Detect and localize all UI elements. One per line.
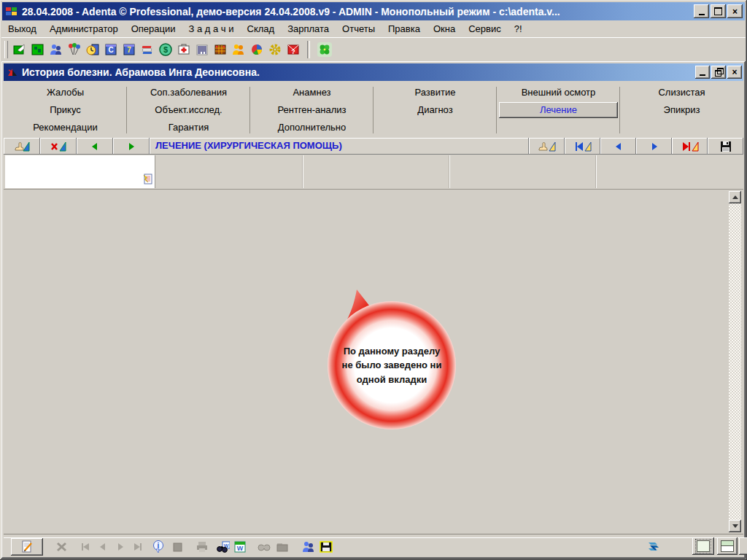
app-title: 28.04.2008 - Adenta © Professional, демо…: [22, 6, 694, 18]
tab-separator: [619, 87, 620, 133]
panel-divider: [449, 155, 450, 188]
layout-single-icon: [696, 540, 711, 553]
tab-separator: [373, 87, 374, 133]
medkit-icon[interactable]: [174, 41, 193, 59]
save-button[interactable]: [708, 138, 743, 155]
tab-garantiya[interactable]: Гарантия: [127, 119, 250, 136]
menu-zarplata[interactable]: Зарплата: [281, 21, 336, 37]
tab-epikriz[interactable]: Эпикриз: [620, 101, 743, 119]
info-button[interactable]: i: [151, 540, 166, 554]
application-window: 28.04.2008 - Adenta © Professional, демо…: [0, 0, 747, 560]
prev-record-button[interactable]: [77, 138, 113, 155]
stop-button-disabled: [170, 540, 185, 554]
main-toolbar: C 7 $ ?: [1, 37, 746, 61]
menu-administrator[interactable]: Администратор: [43, 21, 125, 37]
tab-dopolnitelno[interactable]: Дополнительно: [250, 119, 374, 136]
minimize-button[interactable]: [694, 4, 709, 18]
patients-icon[interactable]: [47, 41, 65, 59]
barcode-icon[interactable]: [193, 41, 211, 59]
nav-last-button-disabled: [131, 540, 145, 554]
pick-bookmark-button[interactable]: [529, 138, 565, 155]
print-button-disabled: [195, 540, 209, 554]
svg-text:7: 7: [127, 46, 131, 54]
menu-pravka[interactable]: Правка: [382, 21, 427, 37]
edit-record-button[interactable]: [11, 538, 43, 556]
quick-note-icon[interactable]: [142, 173, 153, 187]
settings-icon[interactable]: [266, 41, 284, 59]
contacts-button[interactable]: [301, 540, 316, 554]
next-record-button[interactable]: [113, 138, 150, 155]
clock-icon[interactable]: [83, 41, 101, 59]
scroll-up-button[interactable]: [729, 191, 741, 203]
doc-close-button[interactable]: ×: [727, 66, 742, 79]
toolbar-grip[interactable]: [4, 41, 8, 58]
doc-restore-icon: [715, 70, 721, 77]
first-bookmark-button[interactable]: [565, 138, 600, 155]
doc-minimize-button[interactable]: [695, 66, 710, 79]
select-record-button[interactable]: [4, 138, 40, 155]
mail-help-icon[interactable]: ?: [284, 41, 302, 59]
clover-icon[interactable]: [315, 41, 333, 59]
delete-record-button[interactable]: [40, 138, 77, 155]
tab-zhaloby[interactable]: Жалобы: [4, 84, 127, 101]
tab-obekt-issled[interactable]: Объект.исслед.: [127, 101, 250, 119]
menu-otchety[interactable]: Отчеты: [336, 21, 382, 37]
doc-restore-button[interactable]: [711, 66, 726, 79]
tab-column-4: Развитие Диагноз: [374, 84, 497, 138]
layout-single-button[interactable]: [692, 537, 714, 555]
close-button[interactable]: ×: [727, 4, 743, 18]
section-label: ЛЕЧЕНИЕ (ХИРУРГИЧЕСКАЯ ПОМОЩЬ): [150, 138, 529, 155]
scroll-down-button[interactable]: [729, 520, 741, 532]
menu-operacii[interactable]: Операции: [125, 21, 182, 37]
calendar-7-icon[interactable]: 7: [120, 41, 138, 59]
maximize-button[interactable]: [711, 4, 726, 18]
tab-vneshnij-osmotr[interactable]: Внешний осмотр: [497, 84, 620, 101]
next-bookmark-button[interactable]: [636, 138, 672, 155]
section-tabs: Жалобы Прикус Рекомендации Соп.заболеван…: [4, 81, 743, 138]
menu-okna[interactable]: Окна: [427, 21, 462, 37]
record-list-panel[interactable]: [5, 155, 155, 188]
tab-razvitie[interactable]: Развитие: [374, 84, 497, 101]
menu-sklad[interactable]: Склад: [241, 21, 282, 37]
staff-icon[interactable]: [229, 41, 247, 59]
tab-anamnez[interactable]: Анамнез: [250, 84, 374, 101]
svg-text:i: i: [158, 542, 160, 550]
tab-diagnoz[interactable]: Диагноз: [374, 101, 497, 119]
svg-text:C: C: [108, 46, 113, 54]
prev-bookmark-button[interactable]: [600, 138, 636, 155]
record-panels: [4, 155, 743, 189]
history-icon: [7, 67, 18, 77]
cashbox-icon[interactable]: [211, 41, 229, 59]
tab-sop-zabolevaniya[interactable]: Соп.заболевания: [127, 84, 250, 101]
tab-rekomendacii[interactable]: Рекомендации: [4, 119, 127, 136]
menu-vyhod[interactable]: Выход: [1, 21, 43, 37]
balloons-icon[interactable]: [65, 41, 83, 59]
find-word-button[interactable]: W: [215, 540, 230, 554]
vertical-scrollbar[interactable]: [729, 191, 741, 532]
last-bookmark-button[interactable]: [672, 138, 708, 155]
import-icon[interactable]: [10, 41, 28, 59]
tab-lechenie-active[interactable]: Лечение: [499, 102, 618, 118]
svg-text:W: W: [237, 545, 244, 552]
transfer-icon[interactable]: [646, 540, 660, 554]
panel-divider: [302, 155, 303, 188]
app-logo-icon: [5, 6, 18, 18]
tab-column-6: Слизистая Эпикриз: [620, 84, 743, 138]
layout-plain-button[interactable]: [739, 537, 747, 555]
menu-servis[interactable]: Сервис: [462, 21, 508, 37]
schedule-icon[interactable]: [28, 41, 47, 59]
flags-icon[interactable]: [138, 41, 156, 59]
payments-icon[interactable]: $: [156, 41, 174, 59]
word-template-button[interactable]: W: [233, 540, 247, 554]
menu-help[interactable]: ?!: [508, 21, 529, 37]
save-archive-button[interactable]: [319, 540, 333, 554]
tab-separator: [126, 87, 127, 133]
tab-slizistaya[interactable]: Слизистая: [620, 84, 743, 101]
calendar-c-icon[interactable]: C: [101, 41, 120, 59]
tab-rentgen-analiz[interactable]: Рентген-анализ: [250, 101, 374, 119]
menu-zadachi[interactable]: З а д а ч и: [182, 21, 241, 37]
tab-prikus[interactable]: Прикус: [4, 101, 127, 119]
menubar: Выход Администратор Операции З а д а ч и…: [1, 21, 746, 37]
statistics-icon[interactable]: [247, 41, 266, 59]
layout-split-button[interactable]: [717, 537, 738, 555]
